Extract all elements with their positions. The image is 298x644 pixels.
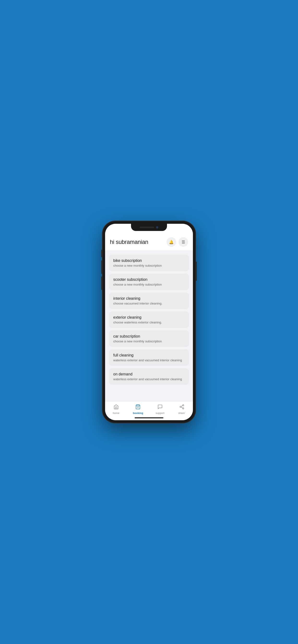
booking-icon [135,404,140,411]
full-cleaning-desc: waterless exterior and vacuumed interior… [113,358,185,362]
volume-down-button [101,276,102,290]
menu-button[interactable]: ☰ [179,237,188,247]
full-cleaning-card[interactable]: full cleaning waterless exterior and vac… [109,349,189,366]
exterior-cleaning-title: exterior cleaning [113,315,185,320]
volume-up-button [101,260,102,274]
scooter-subscription-title: scooter subscription [113,278,185,282]
notification-button[interactable]: 🔔 [167,237,176,247]
services-list: bike subscription choose a new monthly s… [105,251,193,401]
interior-cleaning-title: interior cleaning [113,296,185,301]
speaker [140,227,154,228]
share-icon [179,404,185,411]
phone-frame: hi subramanian 🔔 ☰ bike subscription cho… [102,221,196,423]
nav-home-label: home [113,412,119,414]
scooter-subscription-desc: choose a new monthly subscription [113,283,185,286]
bell-icon: 🔔 [169,240,174,244]
greeting-text: hi subramanian [110,238,148,245]
bike-subscription-title: bike subscription [113,258,185,263]
car-subscription-card[interactable]: car subscription choose a new monthly su… [109,330,189,347]
car-subscription-title: car subscription [113,334,185,338]
on-demand-card[interactable]: on demand waterless exterior and vacuume… [109,368,189,385]
car-subscription-desc: choose a new monthly subscription [113,340,185,343]
exterior-cleaning-desc: choose waterless exterior cleaning. [113,320,185,324]
exterior-cleaning-card[interactable]: exterior cleaning choose waterless exter… [109,312,189,328]
nav-booking-label: booking [133,412,143,414]
interior-cleaning-card[interactable]: interior cleaning choose vacuumed interi… [109,292,189,309]
on-demand-desc: waterless exterior and vacuumed interior… [113,377,185,381]
front-camera [156,226,158,228]
support-icon [158,404,163,411]
interior-cleaning-desc: choose vacuumed interior cleaning. [113,302,185,305]
power-button [196,262,197,281]
on-demand-title: on demand [113,372,185,376]
nav-share-label: share` [178,412,186,414]
scooter-subscription-card[interactable]: scooter subscription choose a new monthl… [109,274,189,290]
home-icon [113,404,119,411]
nav-support[interactable]: support [149,403,171,416]
nav-support-label: support [156,412,164,414]
svg-line-4 [181,407,183,408]
hamburger-icon: ☰ [182,240,185,244]
nav-booking[interactable]: booking [127,403,149,416]
bike-subscription-desc: choose a new monthly subscription [113,264,185,268]
full-cleaning-title: full cleaning [113,353,185,358]
header-actions: 🔔 ☰ [167,237,188,247]
volume-silent-button [101,250,102,257]
nav-home[interactable]: home [105,403,127,416]
phone-screen: hi subramanian 🔔 ☰ bike subscription cho… [105,224,193,420]
bottom-navigation: home booking support [105,401,193,420]
app-header: hi subramanian 🔔 ☰ [105,234,193,250]
notch [131,224,167,231]
bike-subscription-card[interactable]: bike subscription choose a new monthly s… [109,255,189,271]
nav-share[interactable]: share` [171,403,193,416]
svg-line-5 [181,406,183,406]
